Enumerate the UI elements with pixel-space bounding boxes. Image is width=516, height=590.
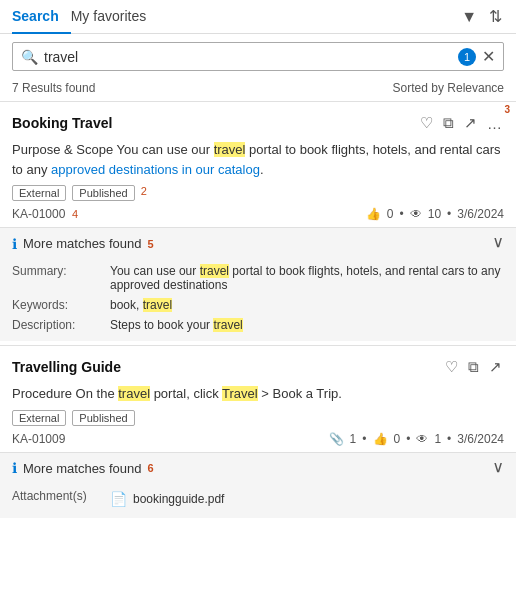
like-count: 0 [387, 207, 394, 221]
info-icon: ℹ [12, 236, 17, 252]
favorite-button-2[interactable]: ♡ [443, 356, 460, 378]
action-badge: 3 [504, 104, 510, 115]
approved-link: approved destinations in our catalog [51, 162, 260, 177]
matches-row-summary: Summary: You can use our travel portal t… [12, 261, 504, 295]
article-tags: External Published 2 [12, 185, 504, 201]
more-matches-label: More matches found [23, 236, 142, 251]
collapse-icon: ∧ [492, 234, 504, 253]
tag-published-2: Published [72, 410, 134, 426]
matches-label-summary: Summary: [12, 264, 102, 292]
article-title: Booking Travel [12, 115, 112, 131]
highlight-travel-2: travel [118, 386, 150, 401]
filter-icon: ▼ [461, 8, 477, 26]
body-text-a: Procedure On the [12, 386, 118, 401]
like-icon-2: 👍 [373, 432, 388, 446]
view-icon-2: 👁 [416, 432, 428, 446]
more-matches-section: ℹ More matches found 5 ∧ Summary: You ca… [0, 227, 516, 341]
stat-date-2: 3/6/2024 [457, 432, 504, 446]
more-matches-title: ℹ More matches found 5 [12, 236, 154, 252]
view-icon: 👁 [410, 207, 422, 221]
copy-button-2[interactable]: ⧉ [466, 356, 481, 378]
more-matches-label-2: More matches found [23, 461, 142, 476]
tabs-header: Search My favorites ▼ ⇅ [0, 0, 516, 34]
matches-label-description: Description: [12, 318, 102, 332]
collapse-icon-2: ∧ [492, 459, 504, 478]
attachment-filename[interactable]: bookingguide.pdf [133, 492, 224, 506]
tab-favorites[interactable]: My favorites [71, 0, 158, 34]
search-input[interactable] [44, 49, 458, 65]
article-header: Booking Travel 3 ♡ ⧉ ↗ … [12, 112, 504, 134]
body-text-b: portal, click [150, 386, 222, 401]
more-matches-toggle-2[interactable]: ℹ More matches found 6 ∧ [12, 459, 504, 478]
more-matches-badge: 5 [148, 238, 154, 250]
attachment-icon: 📎 [329, 432, 344, 446]
filter-button[interactable]: ▼ [459, 6, 479, 28]
article-id: KA-01000 4 [12, 207, 78, 221]
matches-row-description: Description: Steps to book your travel [12, 315, 504, 335]
pdf-icon: 📄 [110, 491, 127, 507]
matches-row-attachment: Attachment(s) 📄 bookingguide.pdf [12, 486, 504, 512]
article-actions: 3 ♡ ⧉ ↗ … [418, 112, 504, 134]
info-icon-2: ℹ [12, 460, 17, 476]
matches-table-2: Attachment(s) 📄 bookingguide.pdf [12, 486, 504, 512]
tag-published: Published [72, 185, 134, 201]
matches-row-keywords: Keywords: book, travel [12, 295, 504, 315]
more-matches-toggle[interactable]: ℹ More matches found 5 ∧ [12, 234, 504, 253]
article-card: Booking Travel 3 ♡ ⧉ ↗ … Purpose & Scope… [0, 101, 516, 221]
share-button-2[interactable]: ↗ [487, 356, 504, 378]
favorite-button[interactable]: ♡ [418, 112, 435, 134]
attachment-count: 1 [350, 432, 357, 446]
article-body: Purpose & Scope You can use our travel p… [12, 140, 504, 179]
more-button[interactable]: … [485, 113, 504, 134]
copy-button[interactable]: ⧉ [441, 112, 456, 134]
results-meta: 7 Results found Sorted by Relevance [0, 79, 516, 101]
tab-search[interactable]: Search [12, 0, 71, 34]
results-sort: Sorted by Relevance [393, 81, 504, 95]
tag-external: External [12, 185, 66, 201]
like-icon: 👍 [366, 207, 381, 221]
share-button[interactable]: ↗ [462, 112, 479, 134]
article-body-2: Procedure On the travel portal, click Tr… [12, 384, 504, 404]
matches-value-description: Steps to book your travel [110, 318, 504, 332]
matches-label-attachment: Attachment(s) [12, 489, 102, 509]
matches-value-summary: You can use our travel portal to book fl… [110, 264, 504, 292]
attachment-item: 📄 bookingguide.pdf [110, 489, 504, 509]
tab-actions: ▼ ⇅ [459, 5, 504, 28]
article-stats-2: 📎 1 • 👍 0 • 👁 1 • 3/6/2024 [329, 432, 504, 446]
article-actions-2: ♡ ⧉ ↗ [443, 356, 504, 378]
article-header-2: Travelling Guide ♡ ⧉ ↗ [12, 356, 504, 378]
matches-value-keywords: book, travel [110, 298, 504, 312]
search-count-badge: 1 [458, 48, 476, 66]
body-text-3: . [260, 162, 264, 177]
highlight-Travel: Travel [222, 386, 258, 401]
more-matches-section-2: ℹ More matches found 6 ∧ Attachment(s) 📄… [0, 452, 516, 518]
matches-value-attachment: 📄 bookingguide.pdf [110, 489, 504, 509]
more-matches-title-2: ℹ More matches found 6 [12, 460, 154, 476]
article-title-2: Travelling Guide [12, 359, 121, 375]
body-text: Purpose & Scope You can use our [12, 142, 214, 157]
view-count-2: 1 [434, 432, 441, 446]
stat-sep-c: • [447, 432, 451, 446]
search-clear-button[interactable]: ✕ [482, 47, 495, 66]
matches-label-keywords: Keywords: [12, 298, 102, 312]
article-card-2: Travelling Guide ♡ ⧉ ↗ Procedure On the … [0, 345, 516, 446]
view-count: 10 [428, 207, 441, 221]
article-tags-2: External Published [12, 410, 504, 426]
stat-sep1: • [400, 207, 404, 221]
article-footer: KA-01000 4 👍 0 • 👁 10 • 3/6/2024 [12, 207, 504, 221]
article-footer-2: KA-01009 📎 1 • 👍 0 • 👁 1 • 3/6/2024 [12, 432, 504, 446]
stat-sep2: • [447, 207, 451, 221]
sort-icon: ⇅ [489, 7, 502, 26]
like-count-2: 0 [394, 432, 401, 446]
stat-sep-a: • [362, 432, 366, 446]
tags-badge: 2 [141, 185, 147, 201]
article-id-2: KA-01009 [12, 432, 65, 446]
sort-button[interactable]: ⇅ [487, 5, 504, 28]
search-bar: 🔍 1 ✕ [12, 42, 504, 71]
results-count: 7 Results found [12, 81, 95, 95]
article-stats: 👍 0 • 👁 10 • 3/6/2024 [366, 207, 504, 221]
more-matches-badge-2: 6 [148, 462, 154, 474]
stat-date: 3/6/2024 [457, 207, 504, 221]
highlight-travel: travel [214, 142, 246, 157]
matches-table: Summary: You can use our travel portal t… [12, 261, 504, 335]
